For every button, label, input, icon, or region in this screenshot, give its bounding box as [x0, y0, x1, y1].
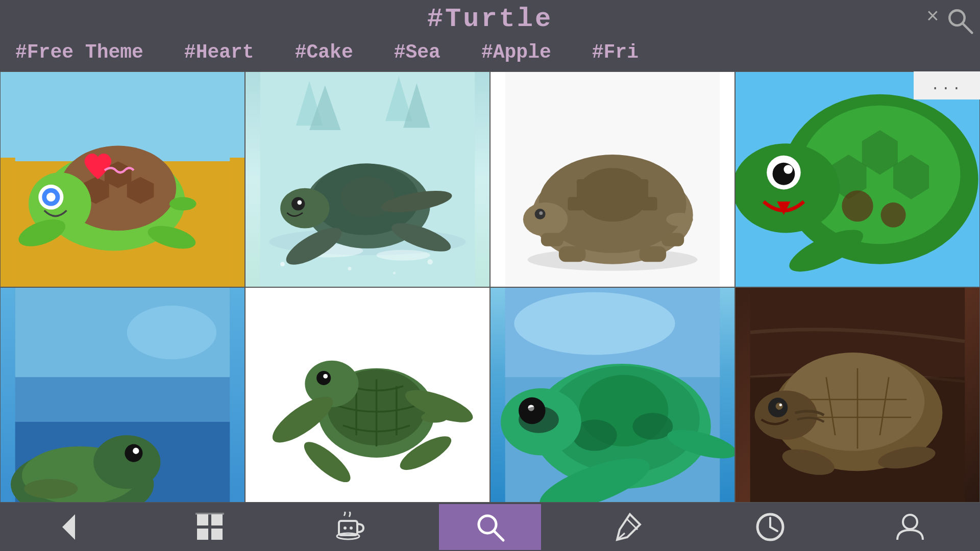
title-row: #Turtle ×	[0, 0, 980, 33]
nav-cafe[interactable]	[299, 504, 401, 550]
svg-point-36	[393, 272, 396, 274]
svg-point-84	[316, 370, 331, 385]
svg-point-35	[427, 259, 433, 265]
svg-point-90	[421, 412, 448, 422]
svg-rect-120	[211, 529, 223, 540]
turtle-art-3	[491, 72, 734, 287]
bottom-nav	[0, 503, 980, 551]
nav-gallery[interactable]	[159, 504, 261, 550]
svg-point-27	[280, 188, 329, 229]
svg-point-34	[348, 267, 351, 270]
person-icon	[895, 512, 925, 542]
svg-rect-45	[612, 195, 630, 211]
svg-point-112	[776, 403, 783, 410]
page-title: #Turtle	[427, 4, 553, 34]
tag-sea[interactable]: #Sea	[374, 41, 461, 63]
turtle-art-6	[246, 288, 489, 503]
header: #Turtle × #Free Theme #Heart #Cake #Sea …	[0, 0, 980, 71]
grid-cell-8[interactable]	[735, 287, 980, 503]
arrow-left-icon	[55, 512, 85, 542]
svg-point-93	[514, 292, 675, 355]
svg-point-33	[280, 262, 285, 266]
svg-line-128	[494, 531, 503, 540]
more-button[interactable]: ...	[914, 71, 980, 99]
more-dots: ...	[931, 78, 963, 93]
turtle-art-4	[736, 72, 979, 287]
turtle-art-1	[1, 72, 244, 287]
svg-point-98	[632, 413, 673, 440]
svg-rect-44	[595, 195, 612, 211]
svg-rect-53	[541, 233, 564, 246]
svg-rect-54	[662, 233, 684, 246]
tag-cake[interactable]: #Cake	[275, 41, 374, 63]
svg-point-29	[297, 200, 302, 205]
svg-point-125	[350, 527, 353, 530]
image-grid	[0, 71, 980, 503]
grid-cell-1[interactable]	[0, 71, 245, 287]
close-button[interactable]: ×	[926, 5, 939, 30]
svg-point-48	[523, 203, 568, 237]
turtle-art-8	[736, 288, 979, 503]
svg-point-78	[133, 447, 139, 454]
grid-cell-7[interactable]	[490, 287, 735, 503]
svg-point-85	[323, 374, 328, 379]
nav-profile[interactable]	[859, 504, 961, 550]
svg-point-23	[377, 250, 430, 261]
search-icon	[475, 512, 505, 542]
tag-free-theme[interactable]: #Free Theme	[10, 41, 164, 63]
svg-point-67	[783, 165, 793, 174]
svg-point-113	[779, 403, 782, 406]
svg-point-50	[539, 211, 543, 215]
grid-cell-4[interactable]	[735, 71, 980, 287]
grid-cell-3[interactable]	[490, 71, 735, 287]
svg-point-124	[344, 527, 347, 530]
nav-search[interactable]	[439, 504, 541, 550]
tag-fri[interactable]: #Fri	[572, 41, 659, 63]
svg-point-103	[519, 406, 559, 433]
svg-rect-47	[642, 197, 657, 210]
search-top-icon	[946, 7, 974, 35]
svg-rect-52	[640, 246, 667, 262]
svg-point-55	[666, 213, 693, 226]
svg-marker-116	[62, 514, 75, 540]
tags-row: #Free Theme #Heart #Cake #Sea #Apple #Fr…	[0, 33, 980, 71]
turtle-art-7	[491, 288, 734, 503]
nav-clock[interactable]	[719, 504, 821, 550]
svg-point-66	[773, 163, 795, 185]
svg-point-135	[903, 515, 917, 529]
svg-line-1	[963, 23, 972, 33]
svg-point-72	[127, 306, 216, 359]
grid-cell-6[interactable]	[245, 287, 490, 503]
svg-point-63	[881, 203, 906, 228]
svg-point-12	[46, 193, 56, 202]
turtle-art-5	[1, 288, 244, 503]
svg-rect-118	[211, 514, 223, 525]
svg-point-26	[340, 177, 394, 217]
svg-rect-46	[568, 197, 583, 210]
svg-point-76	[93, 435, 160, 489]
svg-point-79	[24, 479, 78, 498]
svg-point-62	[842, 190, 873, 221]
coffee-icon	[335, 512, 365, 542]
grid-cell-5[interactable]	[0, 287, 245, 503]
grid-icon	[194, 512, 225, 542]
svg-point-110	[755, 390, 818, 439]
clock-icon	[755, 512, 786, 542]
svg-rect-51	[559, 246, 586, 262]
nav-back[interactable]	[19, 504, 121, 550]
svg-rect-121	[195, 513, 224, 515]
search-top-button[interactable]	[939, 0, 980, 41]
pen-icon	[615, 512, 645, 542]
svg-point-15	[169, 197, 197, 210]
svg-rect-119	[197, 529, 208, 540]
svg-rect-43	[630, 179, 648, 195]
grid-cell-2[interactable]	[245, 71, 490, 287]
tag-heart[interactable]: #Heart	[164, 41, 275, 63]
svg-line-134	[770, 527, 777, 531]
turtle-art-2	[246, 72, 489, 287]
svg-rect-42	[577, 179, 595, 195]
nav-draw[interactable]	[579, 504, 681, 550]
svg-rect-117	[197, 514, 208, 525]
tag-apple[interactable]: #Apple	[461, 41, 572, 63]
svg-point-77	[125, 444, 142, 462]
